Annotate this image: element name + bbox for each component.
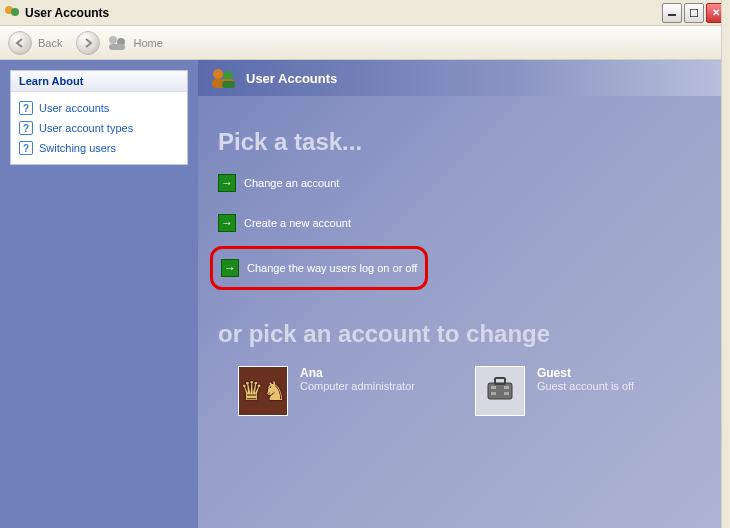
home-label[interactable]: Home — [133, 37, 162, 49]
window-controls: ✕ — [662, 3, 726, 23]
learn-link-label: User account types — [39, 122, 133, 134]
pick-account-heading: or pick an account to change — [218, 320, 702, 348]
learn-link-label: Switching users — [39, 142, 116, 154]
svg-point-4 — [109, 36, 117, 44]
account-role: Computer administrator — [300, 380, 415, 392]
svg-rect-12 — [495, 378, 505, 384]
svg-rect-16 — [504, 392, 509, 395]
svg-rect-15 — [491, 392, 496, 395]
svg-rect-6 — [109, 44, 125, 50]
arrow-right-icon: → — [218, 214, 236, 232]
avatar — [475, 366, 525, 416]
task-change-account[interactable]: → Change an account — [218, 174, 702, 192]
titlebar: User Accounts ✕ — [0, 0, 730, 26]
pick-task-heading: Pick a task... — [218, 128, 702, 156]
learn-link-user-accounts[interactable]: ? User accounts — [19, 98, 179, 118]
minimize-button[interactable] — [662, 3, 682, 23]
chess-icon: ♛♞ — [240, 376, 286, 407]
learn-link-account-types[interactable]: ? User account types — [19, 118, 179, 138]
maximize-button[interactable] — [684, 3, 704, 23]
users-icon — [210, 67, 236, 89]
svg-rect-10 — [222, 81, 235, 88]
window-title: User Accounts — [25, 6, 662, 20]
arrow-right-icon: → — [221, 259, 239, 277]
content-area: Learn About ? User accounts ? User accou… — [0, 60, 722, 528]
arrow-right-icon: → — [218, 174, 236, 192]
task-change-logon[interactable]: → Change the way users log on or off — [221, 259, 417, 277]
back-button[interactable] — [8, 31, 32, 55]
learn-link-switching-users[interactable]: ? Switching users — [19, 138, 179, 158]
task-create-account[interactable]: → Create a new account — [218, 214, 702, 232]
task-label: Change the way users log on or off — [247, 262, 417, 274]
arrow-left-icon — [14, 37, 26, 49]
help-icon: ? — [19, 141, 33, 155]
svg-rect-3 — [690, 9, 698, 17]
briefcase-icon — [482, 373, 518, 410]
account-name: Guest — [537, 366, 634, 380]
task-label: Change an account — [244, 177, 339, 189]
learn-about-panel: Learn About ? User accounts ? User accou… — [10, 70, 188, 165]
close-button[interactable]: ✕ — [706, 3, 726, 23]
svg-rect-11 — [488, 383, 512, 399]
svg-rect-14 — [504, 386, 509, 389]
arrow-right-icon — [82, 37, 94, 49]
sidebar: Learn About ? User accounts ? User accou… — [0, 60, 198, 528]
forward-button[interactable] — [76, 31, 100, 55]
account-name: Ana — [300, 366, 415, 380]
avatar: ♛♞ — [238, 366, 288, 416]
learn-about-header: Learn About — [11, 71, 187, 92]
task-label: Create a new account — [244, 217, 351, 229]
account-guest[interactable]: Guest Guest account is off — [475, 366, 634, 416]
learn-link-label: User accounts — [39, 102, 109, 114]
app-icon — [4, 5, 20, 21]
toolbar: Back Home — [0, 26, 730, 60]
highlight-annotation: → Change the way users log on or off — [210, 246, 428, 290]
main-panel: User Accounts Pick a task... → Change an… — [198, 60, 722, 528]
banner-title: User Accounts — [246, 71, 337, 86]
account-ana[interactable]: ♛♞ Ana Computer administrator — [238, 366, 415, 416]
banner: User Accounts — [198, 60, 722, 96]
back-label: Back — [38, 37, 62, 49]
help-icon: ? — [19, 121, 33, 135]
help-icon: ? — [19, 101, 33, 115]
svg-point-1 — [11, 8, 19, 16]
home-icon — [106, 34, 128, 52]
svg-rect-2 — [668, 14, 676, 16]
svg-point-7 — [213, 69, 223, 79]
account-role: Guest account is off — [537, 380, 634, 392]
svg-rect-13 — [491, 386, 496, 389]
